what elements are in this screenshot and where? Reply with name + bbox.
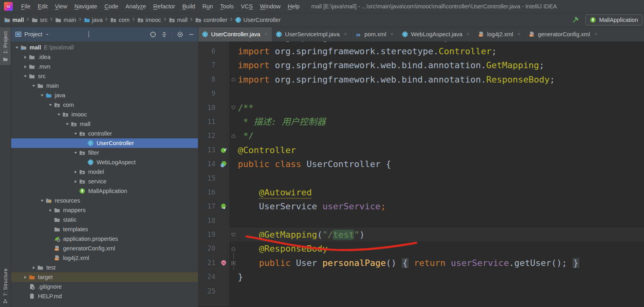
tree-item-templates[interactable]: templates [11, 224, 198, 234]
expand-arrow-icon[interactable] [72, 169, 79, 175]
menu-code[interactable]: Code [101, 3, 122, 10]
menu-file[interactable]: File [18, 3, 34, 10]
tree-item-controller[interactable]: controller [11, 129, 198, 138]
tree-item-static[interactable]: static [11, 215, 198, 224]
fold-marker-icon[interactable] [229, 228, 238, 242]
tree-item-test[interactable]: test [11, 263, 198, 272]
tree-item-filter[interactable]: filter [11, 148, 198, 157]
menu-window[interactable]: Window [257, 3, 284, 10]
breadcrumb-imooc[interactable]: imooc [137, 17, 161, 23]
menu-help[interactable]: Help [284, 3, 303, 10]
expand-arrow-icon[interactable] [22, 274, 28, 280]
breadcrumb-mall[interactable]: mall [4, 17, 24, 23]
tree-item-generatorconfig-xml[interactable]: <>generatorConfig.xml [11, 244, 198, 253]
breadcrumb-mall[interactable]: mall [169, 17, 188, 23]
collapse-arrow-icon[interactable] [22, 73, 28, 79]
fold-marker-icon[interactable] [229, 129, 238, 143]
tree-item-service[interactable]: service [11, 177, 198, 186]
expand-arrow-icon[interactable] [22, 63, 28, 70]
tree-item-java[interactable]: java [11, 91, 198, 100]
collapse-all-icon[interactable] [161, 31, 168, 38]
settings-icon[interactable] [177, 31, 184, 38]
tree-item--gitignore[interactable]: .gitignore [11, 282, 198, 291]
collapse-arrow-icon[interactable] [55, 111, 62, 118]
menu-vcs[interactable]: VCS [237, 3, 257, 10]
tab-pom-xml[interactable]: mpom.xml [352, 27, 398, 41]
tree-item--mvn[interactable]: .mvn [11, 62, 198, 71]
tree-item--idea[interactable]: .idea [11, 52, 198, 62]
tree-item-mallapplication[interactable]: MallApplication [11, 186, 198, 196]
mapping-m-icon[interactable]: m [220, 260, 227, 266]
tree-item-src[interactable]: src [11, 71, 198, 81]
menu-run[interactable]: Run [199, 3, 217, 10]
build-hammer-icon[interactable] [571, 16, 579, 24]
tree-item-mappers[interactable]: mappers [11, 205, 198, 215]
close-icon[interactable] [264, 31, 268, 37]
tree-item-target[interactable]: target [11, 272, 198, 282]
menu-tools[interactable]: Tools [217, 3, 237, 10]
collapse-arrow-icon[interactable] [39, 197, 45, 204]
close-icon[interactable] [466, 31, 470, 37]
menu-view[interactable]: View [51, 3, 71, 10]
expand-arrow-icon[interactable] [30, 264, 37, 271]
tree-item-com[interactable]: com [11, 100, 198, 110]
breadcrumb-com[interactable]: com [110, 17, 129, 23]
tree-item-mall[interactable]: mallE:\java\mall [11, 43, 198, 52]
fold-marker-icon[interactable] [229, 73, 238, 87]
breadcrumb-usercontroller[interactable]: CUserController [235, 17, 281, 23]
tree-item-resources[interactable]: resources [11, 196, 198, 205]
tree-item-model[interactable]: model [11, 167, 198, 177]
locate-icon[interactable] [150, 31, 156, 38]
tab-generatorconfig-xml[interactable]: <>generatorConfig.xml [525, 27, 602, 41]
close-icon[interactable] [390, 31, 394, 37]
menu-edit[interactable]: Edit [34, 3, 51, 10]
breadcrumb-controller[interactable]: controller [195, 17, 227, 23]
close-icon[interactable] [517, 31, 521, 37]
hide-icon[interactable] [188, 31, 195, 38]
tab-usercontroller-java[interactable]: CUserController.java [198, 27, 272, 41]
collapse-arrow-icon[interactable] [47, 102, 53, 108]
expand-arrow-icon[interactable] [72, 178, 79, 185]
tab-userserviceimpl-java[interactable]: CUserServiceImpl.java [272, 27, 352, 41]
collapse-arrow-icon[interactable] [14, 44, 20, 51]
close-icon[interactable] [343, 31, 348, 37]
code-editor[interactable]: import org.springframework.beans.factory… [198, 41, 644, 307]
tree-item-weblogaspect[interactable]: CWebLogAspect [11, 157, 198, 167]
menu-navigate[interactable]: Navigate [71, 3, 101, 10]
expand-arrow-icon[interactable] [47, 207, 53, 213]
tree-item-mall[interactable]: mall [11, 119, 198, 129]
tree-item-main[interactable]: main [11, 81, 198, 91]
collapse-arrow-icon[interactable] [72, 130, 79, 137]
fold-marker-icon[interactable] [229, 242, 238, 256]
tab-log4j2-xml[interactable]: <>log4j2.xml [474, 27, 525, 41]
tree-item-imooc[interactable]: imooc [11, 110, 198, 119]
spring-bean-icon[interactable]: c [220, 161, 227, 167]
tree-item-help-md[interactable]: HELP.md [11, 291, 198, 301]
menu-build[interactable]: Build [179, 3, 199, 10]
fold-marker-icon[interactable] [229, 256, 238, 270]
close-icon[interactable] [594, 31, 598, 37]
tool-button-project[interactable]: 1: Project [0, 27, 11, 65]
fold-marker-icon[interactable] [229, 101, 238, 115]
line-number: 12 [198, 129, 218, 143]
breadcrumb-src[interactable]: src [32, 17, 47, 23]
tree-item-usercontroller[interactable]: CUserController [11, 138, 198, 148]
collapse-arrow-icon[interactable] [39, 92, 45, 98]
collapse-arrow-icon[interactable] [30, 83, 37, 89]
spring-arrow-icon[interactable] [220, 203, 227, 210]
menu-analyze[interactable]: Analyze [122, 3, 150, 10]
tool-button-structure[interactable]: 7: Structure [0, 264, 11, 307]
collapse-arrow-icon[interactable] [64, 121, 70, 127]
class-icon: C [402, 31, 408, 37]
tree-item-log4j2-xml[interactable]: <>log4j2.xml [11, 253, 198, 263]
expand-arrow-icon[interactable] [22, 54, 28, 60]
spring-check-icon[interactable] [220, 147, 227, 154]
collapse-arrow-icon[interactable] [72, 150, 79, 156]
run-configuration-selector[interactable]: MallApplication [585, 14, 642, 26]
menu-refactor[interactable]: Refactor [150, 3, 179, 10]
breadcrumb-java[interactable]: java [84, 17, 103, 23]
tree-item-application-properties[interactable]: application.properties [11, 234, 198, 244]
breadcrumb-main[interactable]: main [55, 17, 76, 23]
tab-weblogaspect-java[interactable]: CWebLogAspect.java [398, 27, 474, 41]
project-view-selector[interactable]: Project [15, 31, 49, 37]
